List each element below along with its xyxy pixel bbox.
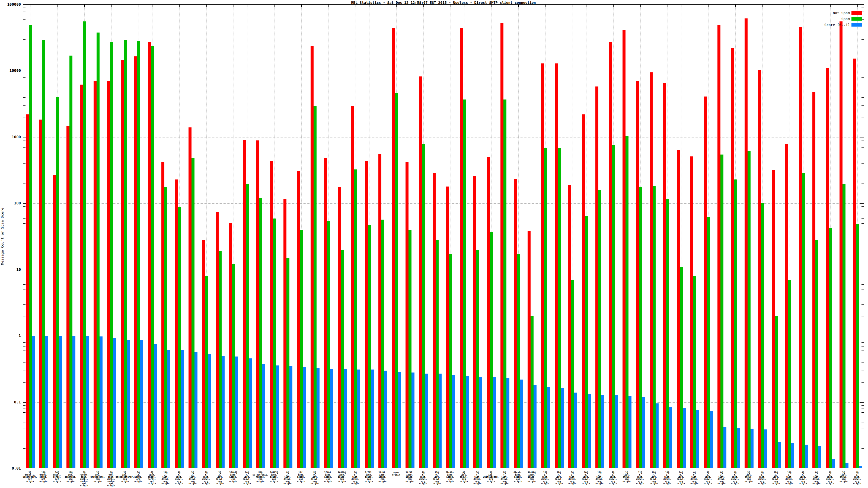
x-tick-top [681,5,681,7]
bar-spam [544,148,547,468]
y-minor-tick-right [862,31,864,31]
y-minor-tick-left [23,172,26,172]
bar-not-spam [107,81,110,468]
bar-spam [273,219,276,468]
bar-score [357,369,360,468]
x-tick-top [763,5,763,7]
bar-score [574,393,577,468]
bar-spam [300,230,303,468]
bar-spam [178,207,181,468]
bar-spam [110,42,113,468]
y-minor-tick-right [862,273,864,273]
bar-score [344,369,347,468]
y-minor-tick-right [862,81,864,82]
y-minor-tick-left [23,214,26,214]
y-minor-tick-left [23,412,26,413]
bar-not-spam [270,161,273,468]
bar-spam [29,25,32,468]
y-minor-tick-left [23,97,26,98]
bar-spam [585,216,588,468]
legend-swatch [851,23,862,27]
bar-score [656,403,659,468]
bar-not-spam [595,87,598,468]
y-minor-tick-right [862,238,864,238]
y-minor-tick-left [23,296,26,296]
bar-spam [259,198,262,468]
bar-not-spam [717,25,720,468]
y-minor-tick-right [862,51,864,51]
bar-not-spam [161,162,164,468]
y-minor-tick-left [23,15,26,15]
y-minor-tick-right [862,284,864,285]
y-minor-tick-left [23,81,26,82]
bar-score [832,459,835,468]
legend-row: Score (0..1) [798,23,864,27]
bar-not-spam [433,173,436,468]
y-minor-tick-right [862,382,864,383]
x-tick-top [559,5,559,7]
bar-not-spam [812,92,815,468]
bar-not-spam [53,175,56,468]
y-minor-tick-right [862,339,864,339]
y-minor-tick-right [862,77,864,77]
bar-not-spam [66,126,69,468]
bar-score [99,336,102,468]
y-minor-tick-left [23,152,26,152]
bar-score [59,336,62,468]
y-minor-tick-right [862,105,864,106]
bar-spam [707,217,710,468]
bar-spam [354,169,357,468]
bar-spam [639,187,642,468]
y-minor-tick-left [23,238,26,238]
y-minor-tick-right [862,97,864,98]
bar-score [778,442,781,468]
legend-swatch [851,11,862,14]
bar-spam [191,158,194,468]
y-major-tick-right [860,137,864,137]
bar-score [805,445,808,468]
x-tick-top [125,5,125,7]
bar-score [398,372,401,468]
x-tick-top [437,5,437,7]
bar-not-spam [704,97,707,468]
y-tick-label: 1000 [1,135,21,139]
y-minor-tick-right [862,362,864,362]
bar-score [493,377,496,468]
x-tick-top [505,5,505,7]
y-minor-tick-left [23,276,26,276]
bar-spam [503,99,506,468]
bar-not-spam [541,63,544,468]
y-minor-tick-left [23,218,26,219]
y-minor-tick-left [23,77,26,77]
y-tick-label: 10 [1,267,21,272]
x-tick-top [234,5,234,7]
y-minor-tick-right [862,39,864,40]
y-minor-tick-left [23,405,26,405]
bar-spam [490,232,493,468]
y-minor-tick-left [23,284,26,285]
bar-score [140,340,143,468]
bar-score [249,358,252,468]
x-tick-top [776,5,776,7]
x-tick-top [722,5,722,7]
bar-not-spam [731,48,734,468]
bar-score [330,369,333,468]
x-tick-top [71,5,71,7]
x-tick-top [220,5,220,7]
bar-score [371,369,374,468]
bar-not-spam [745,19,748,468]
bar-score [588,394,591,468]
y-minor-tick-right [862,184,864,184]
bar-not-spam [297,171,300,468]
y-minor-tick-left [23,148,26,148]
x-tick-top [138,5,139,7]
y-minor-tick-left [23,343,26,343]
legend-label: Not Spam [833,11,850,15]
x-tick-top [735,5,736,7]
bar-score [533,385,536,468]
y-tick-label: 0.1 [1,400,21,404]
bar-spam [436,240,439,468]
y-minor-tick-right [862,157,864,157]
x-tick-top [491,5,492,7]
y-minor-tick-right [862,290,864,290]
